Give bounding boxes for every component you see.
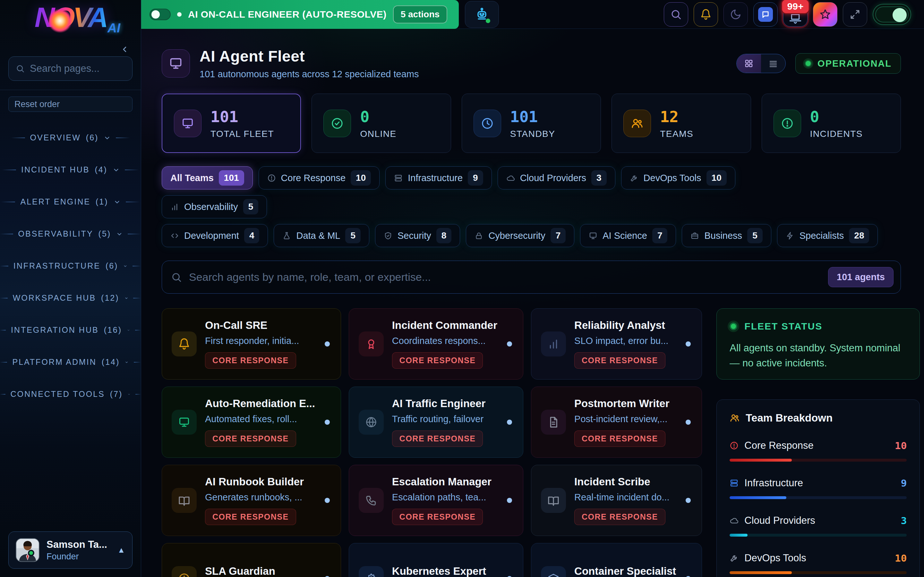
- profile-expand-caret[interactable]: ▲: [118, 546, 125, 554]
- team-badge: CORE RESPONSE: [392, 352, 483, 369]
- filter-core-response[interactable]: Core Response10: [258, 166, 380, 189]
- logo-ai-suffix: AI: [107, 21, 120, 35]
- avatar: [16, 538, 39, 562]
- global-search-button[interactable]: [664, 2, 688, 27]
- actions-count-badge[interactable]: 5 actions: [393, 5, 447, 23]
- oncall-banner: AI ON-CALL ENGINEER (AUTO-RESOLVE) 5 act…: [141, 0, 459, 29]
- sidebar-item-platform-admin[interactable]: PLATFORM ADMIN(14): [0, 358, 141, 367]
- breakdown-row-infrastructure[interactable]: Infrastructure9: [730, 477, 907, 499]
- stat-online[interactable]: 0ONLINE: [312, 93, 451, 153]
- filter-security[interactable]: Security8: [375, 224, 460, 247]
- status-dot: [686, 420, 691, 425]
- banner-pulse-dot: [177, 12, 182, 17]
- agent-card-reliability-analyst[interactable]: Reliability AnalystSLO impact, error bu.…: [531, 308, 702, 380]
- agents-count-badge: 101 agents: [828, 267, 893, 287]
- chevron-left-icon: [120, 45, 129, 54]
- users-icon: [624, 110, 651, 137]
- agent-search-input[interactable]: [189, 271, 821, 284]
- notifications-button[interactable]: [694, 2, 718, 27]
- breakdown-row-cloud-providers[interactable]: Cloud Providers3: [730, 515, 907, 537]
- award-icon: [359, 332, 384, 356]
- filter-observability[interactable]: Observability5: [162, 195, 267, 218]
- agent-card-incident-scribe[interactable]: Incident ScribeReal-time incident do...C…: [531, 465, 702, 536]
- device-notifications-button[interactable]: 99+: [783, 2, 808, 27]
- sidebar-item-infrastructure[interactable]: INFRASTRUCTURE(6): [0, 261, 141, 271]
- chat-button[interactable]: [753, 2, 778, 27]
- team-badge: CORE RESPONSE: [205, 352, 296, 369]
- filter-business[interactable]: Business5: [682, 224, 771, 247]
- sidebar-item-observability[interactable]: OBSERVABILITY(5): [0, 229, 141, 239]
- server-icon: [730, 479, 738, 488]
- agent-card-escalation-manager[interactable]: Escalation ManagerEscalation paths, tea.…: [349, 465, 523, 536]
- filter-devops-tools[interactable]: DevOps Tools10: [621, 166, 735, 189]
- sidebar-item-integration-hub[interactable]: INTEGRATION HUB(16): [0, 326, 141, 335]
- sidebar-search-input[interactable]: [30, 63, 125, 74]
- sidebar-collapse-button[interactable]: [120, 45, 129, 55]
- sidebar-search[interactable]: [8, 56, 132, 81]
- flask-icon: [282, 231, 291, 240]
- filter-infrastructure[interactable]: Infrastructure9: [385, 166, 491, 189]
- sidebar-item-connected-tools[interactable]: CONNECTED TOOLS(7): [0, 390, 141, 399]
- operational-status-badge[interactable]: OPERATIONAL: [795, 53, 901, 74]
- stat-total-fleet[interactable]: 101TOTAL FLEET: [162, 93, 301, 153]
- stat-incidents[interactable]: 0INCIDENTS: [762, 93, 901, 153]
- stat-teams[interactable]: 12TEAMS: [612, 93, 751, 153]
- team-badge: CORE RESPONSE: [574, 352, 666, 369]
- agent-card-kubernetes-expert[interactable]: Kubernetes ExpertK8s cluster manage...: [349, 543, 523, 577]
- topbar-actions: 99+: [664, 2, 911, 27]
- oncall-toggle[interactable]: [150, 9, 171, 20]
- sidebar-divider: [0, 90, 141, 90]
- monitor-icon: [172, 410, 197, 435]
- fullscreen-button[interactable]: [843, 2, 867, 27]
- search-icon: [670, 9, 682, 20]
- breakdown-row-devops-tools[interactable]: DevOps Tools10: [730, 552, 907, 574]
- progress-track: [730, 534, 907, 537]
- theme-toggle-button[interactable]: [724, 2, 748, 27]
- filter-cloud-providers[interactable]: Cloud Providers3: [498, 166, 615, 189]
- agent-card-sla-guardian[interactable]: SLA GuardianSLA tracking, breach ...: [162, 543, 341, 577]
- agent-search-bar[interactable]: 101 agents: [162, 261, 901, 293]
- agent-card-ai-runbook-builder[interactable]: AI Runbook BuilderGenerates runbooks, ..…: [162, 465, 341, 536]
- filter-ai-science[interactable]: AI Science7: [580, 224, 676, 247]
- filter-data-ml[interactable]: Data & ML5: [274, 224, 369, 247]
- sidebar-item-overview[interactable]: OVERVIEW(6): [0, 133, 141, 142]
- nova-ai-logo[interactable]: NOVA AI: [0, 0, 141, 38]
- cloud-icon: [506, 174, 515, 182]
- user-name: Samson Ta...: [47, 539, 107, 550]
- agent-card-container-specialist[interactable]: Container SpecialistDocker runtime, cont…: [531, 543, 702, 577]
- team-badge: CORE RESPONSE: [392, 430, 483, 447]
- status-dot: [325, 420, 330, 425]
- stat-standby[interactable]: 101STANDBY: [462, 93, 601, 153]
- filter-specialists[interactable]: Specialists28: [777, 224, 878, 247]
- grid-view-button[interactable]: [737, 54, 761, 73]
- topbar: AI ON-CALL ENGINEER (AUTO-RESOLVE) 5 act…: [141, 0, 924, 29]
- agents-grid: On-Call SREFirst responder, initia...COR…: [162, 308, 702, 577]
- filter-all-teams[interactable]: All Teams101: [162, 166, 253, 189]
- search-icon: [16, 64, 25, 73]
- agent-card-ai-traffic-engineer[interactable]: AI Traffic EngineerTraffic routing, fail…: [349, 387, 523, 458]
- ai-assistant-button[interactable]: [465, 1, 499, 28]
- agent-card-oncall-sre[interactable]: On-Call SREFirst responder, initia...COR…: [162, 308, 341, 380]
- reset-order-button[interactable]: Reset order: [8, 97, 132, 112]
- agent-card-auto-remediation[interactable]: Auto-Remediation E...Automated fixes, ro…: [162, 387, 341, 458]
- logo-starburst-icon: [48, 9, 72, 33]
- sidebar-item-workspace-hub[interactable]: WORKSPACE HUB(12): [0, 293, 141, 303]
- breakdown-row-core-response[interactable]: Core Response10: [730, 440, 907, 462]
- chevron-down-icon: [127, 327, 130, 334]
- agent-card-incident-commander[interactable]: Incident CommanderCoordinates respons...…: [349, 308, 523, 380]
- list-view-button[interactable]: [761, 54, 785, 73]
- agent-card-postmortem-writer[interactable]: Postmortem WriterPost-incident review,..…: [531, 387, 702, 458]
- box-icon: [541, 566, 566, 577]
- user-profile[interactable]: Samson Ta... Founder ▲: [8, 532, 132, 569]
- chevron-down-icon: [113, 198, 121, 205]
- filter-cybersecurity[interactable]: Cybersecurity7: [466, 224, 574, 247]
- fleet-status-dot: [730, 322, 737, 330]
- filter-development[interactable]: Development4: [162, 224, 268, 247]
- book-icon: [541, 488, 566, 513]
- oncall-banner-label: AI ON-CALL ENGINEER (AUTO-RESOLVE): [188, 9, 387, 20]
- sidebar-item-alert-engine[interactable]: ALERT ENGINE(1): [0, 197, 141, 206]
- chevron-down-icon: [128, 391, 130, 398]
- favorites-button[interactable]: [813, 2, 837, 27]
- sidebar-item-incident-hub[interactable]: INCIDENT HUB(4): [0, 165, 141, 174]
- power-toggle[interactable]: [873, 4, 911, 25]
